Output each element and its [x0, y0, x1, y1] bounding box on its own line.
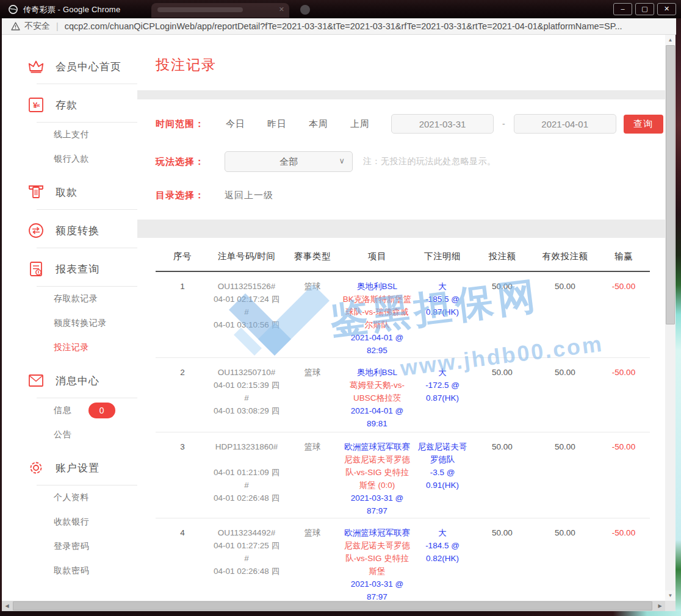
cell-bet-detail: 尼兹尼诺夫哥罗德队 -3.5 @ 0.91(HK) [413, 432, 472, 518]
sidebar-item-report-query[interactable]: 报表查询 [2, 256, 137, 282]
background-tab-ghost[interactable]: ✕ [151, 3, 289, 18]
scroll-down-arrow[interactable]: ▼ [665, 590, 676, 601]
match-teams[interactable]: 尼兹尼诺夫哥罗德队-vs-SIG 史特拉斯堡 (0:0) [342, 453, 413, 492]
maximize-button[interactable]: ▢ [635, 3, 654, 15]
minimize-button[interactable]: – [613, 3, 632, 15]
sidebar-item-deposit[interactable]: ¥« 存款 [2, 91, 137, 118]
quick-yesterday[interactable]: 昨日 [267, 118, 287, 130]
not-secure-label: 不安全 [24, 21, 50, 32]
main-area: 投注记录 时间范围： 今日 昨日 本周 上周 2021-03-31 - 2021… [137, 35, 665, 611]
divider [37, 84, 137, 84]
browser-window: 传奇彩票 - Google Chrome ✕ – ▢ ✕ 不安全 | cqcp2… [0, 0, 681, 616]
new-tab-ghost[interactable] [300, 5, 310, 15]
match-time-score: 2021-03-31 @ 87:97 [342, 492, 413, 517]
sidebar: 会员中心首页 ¥« 存款 线上支付 银行入款 取款 [2, 35, 137, 611]
column-header: 赛事类型 [284, 238, 341, 271]
scroll-left-arrow[interactable]: ◀ [2, 601, 12, 611]
match-teams[interactable]: BK克洛斯特新堡篮球队-vs-瑞佛森威尔斯队 [342, 293, 413, 331]
divider [37, 248, 137, 248]
sidebar-item-deposit-withdraw-records[interactable]: 存取款记录 [2, 287, 137, 311]
date-from-input[interactable]: 2021-03-31 [391, 114, 494, 134]
cell-valid-bet-amount: 50.00 [533, 518, 597, 604]
time-range-label: 时间范围： [156, 118, 211, 130]
envelope-icon [27, 372, 45, 389]
sidebar-item-online-payment[interactable]: 线上支付 [2, 123, 137, 147]
quick-today[interactable]: 今日 [226, 118, 245, 130]
chevron-down-icon: ∨ [339, 156, 345, 165]
sidebar-item-quota-exchange-records[interactable]: 额度转换记录 [2, 311, 137, 335]
sidebar-item-messages[interactable]: 信息 0 [2, 398, 137, 423]
window-title: 传奇彩票 - Google Chrome [23, 4, 120, 15]
scroll-right-arrow[interactable]: ▶ [655, 601, 665, 611]
cell-order-number-time[interactable]: OU113251526# 04-01 02:17:24 四 # 04-01 03… [209, 271, 284, 358]
directory-label: 目录选择： [156, 190, 211, 201]
table-row: 2 OU113250710# 04-01 02:15:39 四 # 04-01 … [156, 358, 650, 432]
sidebar-item-withdraw-password[interactable]: 取款密码 [2, 559, 137, 583]
cell-item[interactable]: 欧洲篮球冠军联赛 尼兹尼诺夫哥罗德队-vs-SIG 史特拉斯堡 2021-03-… [341, 518, 413, 604]
sidebar-item-message-center[interactable]: 消息中心 [2, 367, 137, 394]
cell-order-number-time[interactable]: OU113234492# 04-01 01:27:25 四 # 04-01 02… [209, 518, 284, 604]
league-name[interactable]: 欧洲篮球冠军联赛 [342, 440, 413, 453]
league-name[interactable]: 欧洲篮球冠军联赛 [342, 526, 413, 539]
league-name[interactable]: 奥地利BSL [342, 366, 413, 379]
cell-order-number-time[interactable]: OU113250710# 04-01 02:15:39 四 # 04-01 03… [209, 358, 284, 432]
sidebar-item-bank-deposit[interactable]: 银行入款 [2, 147, 137, 171]
cell-index: 1 [156, 271, 209, 358]
sidebar-item-login-password[interactable]: 登录密码 [2, 534, 137, 559]
cell-valid-bet-amount: 50.00 [533, 271, 597, 358]
address-bar[interactable]: 不安全 | cqcp2.com/chuanQiCPLoginWeb/app/re… [2, 18, 676, 35]
cell-order-number-time[interactable]: HDP113231860# 04-01 01:21:09 四 # 04-01 0… [209, 432, 284, 518]
date-to-input[interactable]: 2021-04-01 [514, 114, 616, 134]
cell-bet-amount: 50.00 [472, 518, 533, 604]
cell-bet-amount: 50.00 [472, 271, 533, 358]
sidebar-item-announcements[interactable]: 公告 [2, 423, 137, 447]
back-to-parent-link[interactable]: 返回上一级 [225, 190, 273, 201]
url-separator: | [56, 21, 59, 31]
cell-index: 2 [156, 358, 209, 432]
cell-index: 4 [156, 518, 209, 604]
scroll-up-arrow[interactable]: ▲ [665, 35, 676, 45]
sidebar-item-account-settings[interactable]: 账户设置 [2, 454, 137, 481]
quick-this-week[interactable]: 本周 [309, 118, 328, 130]
horizontal-scroll-thumb[interactable] [13, 601, 652, 611]
cell-valid-bet-amount: 50.00 [533, 432, 597, 518]
column-header: 有效投注额 [533, 238, 597, 271]
league-name[interactable]: 奥地利BSL [342, 280, 413, 293]
cell-win-loss: -50.00 [597, 432, 650, 518]
cell-sport-type: 篮球 [284, 358, 341, 432]
match-teams[interactable]: 葛姆登天鹅-vs-UBSC格拉茨 [342, 379, 413, 404]
page-url[interactable]: cqcp2.com/chuanQiCPLoginWeb/app/reportDe… [65, 21, 622, 31]
not-secure-warning-icon [11, 22, 20, 30]
sidebar-item-receiving-bank[interactable]: 收款银行 [2, 510, 137, 534]
vertical-scroll-thumb[interactable] [666, 45, 675, 324]
scrollbar-corner [665, 601, 676, 611]
gear-icon [27, 459, 45, 476]
chrome-favicon-icon [8, 4, 18, 15]
table-row: 3 HDP113231860# 04-01 01:21:09 四 # 04-01… [156, 432, 650, 518]
sidebar-item-personal-info[interactable]: 个人资料 [2, 485, 137, 510]
message-count-badge: 0 [88, 403, 115, 418]
play-select-label: 玩法选择： [156, 156, 211, 168]
column-header: 下注明细 [413, 238, 472, 271]
play-select-row: 玩法选择： 全部 ∨ 注：无投注的玩法此处忽略显示。 [156, 151, 665, 172]
cell-item[interactable]: 欧洲篮球冠军联赛 尼兹尼诺夫哥罗德队-vs-SIG 史特拉斯堡 (0:0) 20… [341, 432, 413, 518]
table-header-row: 序号注单号码/时间赛事类型项目下注明细投注额有效投注额输赢 [156, 238, 650, 271]
sidebar-item-quota-exchange[interactable]: 额度转换 [2, 217, 137, 244]
sidebar-item-withdraw[interactable]: 取款 [2, 179, 137, 206]
match-teams[interactable]: 尼兹尼诺夫哥罗德队-vs-SIG 史特拉斯堡 [342, 539, 413, 578]
close-button[interactable]: ✕ [657, 3, 676, 15]
sidebar-item-betting-records[interactable]: 投注记录 [2, 335, 137, 360]
query-button[interactable]: 查询 [624, 115, 663, 134]
play-type-select[interactable]: 全部 ∨ [225, 151, 353, 172]
vertical-scrollbar[interactable]: ▲ ▼ [665, 35, 676, 601]
cell-bet-amount: 50.00 [472, 432, 533, 518]
cell-item[interactable]: 奥地利BSL BK克洛斯特新堡篮球队-vs-瑞佛森威尔斯队 2021-04-01… [341, 271, 413, 358]
records-table-card: 序号注单号码/时间赛事类型项目下注明细投注额有效投注额输赢 1 OU113251… [137, 238, 665, 611]
sidebar-item-member-home[interactable]: 会员中心首页 [2, 53, 137, 80]
svg-text:«: « [37, 102, 40, 109]
quick-last-week[interactable]: 上周 [350, 118, 370, 130]
cell-bet-detail: 大 -172.5 @ 0.87(HK) [413, 358, 472, 432]
horizontal-scrollbar[interactable]: ◀ ▶ [2, 601, 665, 611]
cell-item[interactable]: 奥地利BSL 葛姆登天鹅-vs-UBSC格拉茨 2021-04-01 @ 89:… [341, 358, 413, 432]
cell-win-loss: -50.00 [597, 518, 650, 604]
